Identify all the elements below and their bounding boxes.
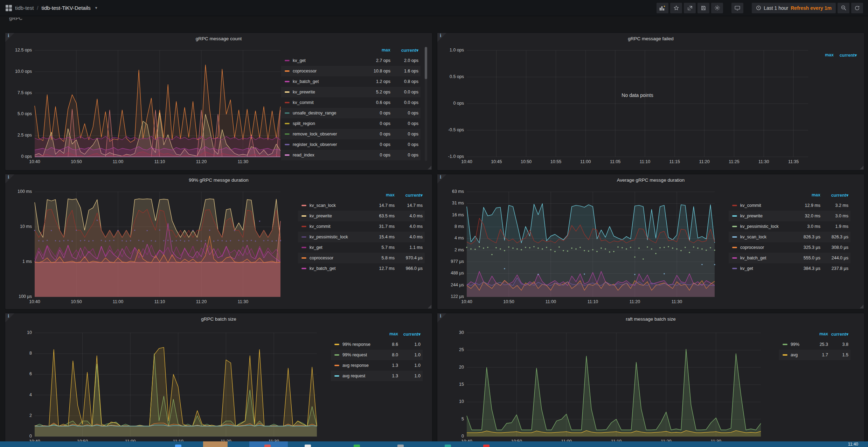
panel-resize-handle[interactable] <box>859 165 863 169</box>
legend-label[interactable]: coprocessor <box>293 69 362 74</box>
x-axis-tick: 11:05 <box>610 159 620 164</box>
zoom-out-button[interactable] <box>838 3 849 13</box>
legend-label[interactable]: split_region <box>293 121 362 126</box>
legend-label[interactable]: 99% response <box>342 342 376 347</box>
legend-col-current[interactable]: current▾ <box>820 193 848 198</box>
chart-canvas[interactable] <box>35 50 280 157</box>
legend-header: maxcurrent▾ <box>779 329 850 339</box>
chevron-down-icon[interactable]: ▼ <box>95 6 98 10</box>
legend-label[interactable]: kv_commit <box>310 224 367 229</box>
legend-label[interactable]: kv_batch_get <box>293 79 362 84</box>
legend-label[interactable]: kv_scan_lock <box>310 203 367 208</box>
panel-title[interactable]: gRPC batch size <box>5 316 432 322</box>
legend-label[interactable]: kv_commit <box>293 100 362 105</box>
series-kv_pessimistic_lock <box>271 240 273 242</box>
chart-99-grpc-message-duration[interactable]: 100 ms10 ms1 ms100 µs10:4010:5011:0011:1… <box>35 192 280 297</box>
cycle-view-button[interactable] <box>731 3 743 13</box>
legend-swatch <box>334 354 339 356</box>
taskbar-icon-red-dot[interactable] <box>264 445 271 447</box>
legend-col-max[interactable]: max <box>376 331 398 336</box>
taskbar-icon-blue[interactable] <box>175 445 181 447</box>
legend-label[interactable]: register_lock_observer <box>293 142 362 147</box>
legend-row: 99%25.33.8 <box>779 339 850 350</box>
legend-current-value: 4.0 ms <box>395 214 423 218</box>
share-button[interactable] <box>684 3 696 13</box>
legend-col-max[interactable]: max <box>811 53 834 57</box>
legend-label[interactable]: avg <box>791 352 808 357</box>
legend-label[interactable]: avg request <box>342 373 376 378</box>
legend-col-max[interactable]: max <box>362 48 390 53</box>
chart-grpc-message-count[interactable]: 12.5 ops10.0 ops7.5 ops5.0 ops2.5 ops0 o… <box>35 50 280 157</box>
chart-canvas[interactable] <box>467 333 761 436</box>
legend-label[interactable]: read_index <box>293 153 362 158</box>
legend-label[interactable]: kv_pessimistic_lock <box>740 224 792 229</box>
legend-col-max[interactable]: max <box>808 331 828 336</box>
breadcrumb-folder[interactable]: tidb-test <box>15 5 34 11</box>
legend-label[interactable]: kv_get <box>293 58 362 63</box>
legend-label[interactable]: coprocessor <box>310 256 367 260</box>
legend-label[interactable]: unsafe_destroy_range <box>293 111 362 116</box>
dashboard-grid-icon[interactable] <box>6 5 12 11</box>
legend-label[interactable]: coprocessor <box>740 245 792 250</box>
taskbar-icon-green[interactable] <box>354 445 360 447</box>
taskbar-icon-white[interactable] <box>305 445 311 447</box>
legend-col-max[interactable]: max <box>367 193 395 197</box>
legend-label[interactable]: avg response <box>342 363 376 368</box>
settings-button[interactable] <box>711 3 723 13</box>
series-kv_pessimistic_lock <box>59 240 61 242</box>
legend-current-value: 3.0 ms <box>820 214 848 218</box>
row-header-grpc[interactable]: gRPC <box>9 18 22 23</box>
legend-label[interactable]: kv_get <box>740 266 792 271</box>
panel-title[interactable]: gRPC message count <box>5 36 432 41</box>
chart-canvas[interactable] <box>467 192 715 297</box>
taskbar-icon-teal[interactable] <box>445 445 451 447</box>
taskbar-window-folder[interactable] <box>203 441 228 447</box>
legend-col-current[interactable]: current▾ <box>395 193 423 198</box>
time-range-picker[interactable]: Last 1 hour Refresh every 1m <box>752 3 836 13</box>
add-panel-button[interactable] <box>657 3 668 13</box>
legend-label[interactable]: 99% <box>791 342 808 347</box>
chart-canvas[interactable] <box>467 50 808 157</box>
legend-label[interactable]: remove_lock_observer <box>293 132 362 137</box>
legend-label[interactable]: kv_get <box>310 245 367 250</box>
legend-label[interactable]: kv_commit <box>740 203 792 208</box>
legend-col-current[interactable]: current▾ <box>834 53 857 58</box>
legend-row: read_index0 ops0 ops <box>281 150 421 160</box>
legend-col-current[interactable]: current▾ <box>398 331 421 337</box>
legend-label[interactable]: kv_prewrite <box>740 214 792 218</box>
legend-label[interactable]: kv_batch_get <box>740 256 792 260</box>
legend-label[interactable]: kv_scan_lock <box>740 235 792 239</box>
breadcrumb-dashboard[interactable]: tidb-test-TiKV-Details <box>42 5 91 11</box>
chart-canvas[interactable] <box>35 333 317 436</box>
star-button[interactable] <box>670 3 682 13</box>
legend-col-current[interactable]: current▾ <box>828 331 848 337</box>
chart-grpc-batch-size[interactable]: 108642010:4010:5011:0011:1011:2011:30 <box>35 333 317 436</box>
chart-raft-message-batch-size[interactable]: 30252015105010:4010:5011:0011:1011:2011:… <box>467 333 761 436</box>
panel-title[interactable]: raft message batch size <box>437 316 864 322</box>
legend-label[interactable]: 99% request <box>342 352 376 357</box>
legend-label[interactable]: kv_batch_get <box>310 266 367 271</box>
panel-title[interactable]: Average gRPC messge duration <box>437 177 864 183</box>
chart-canvas[interactable] <box>35 192 280 297</box>
legend-label[interactable]: kv_pessimistic_lock <box>310 235 367 239</box>
panel-title[interactable]: gRPC message failed <box>437 36 864 41</box>
taskbar-icon-gray[interactable] <box>397 445 404 447</box>
legend-scrollbar[interactable] <box>425 47 427 161</box>
legend-current-value: 0.0 ops <box>390 100 418 105</box>
panel-title[interactable]: 99% gRPC messge duration <box>5 177 432 183</box>
legend-col-max[interactable]: max <box>792 193 820 197</box>
panel-resize-handle[interactable] <box>859 304 863 308</box>
chart-average-grpc-message-duration[interactable]: 63 ms31 ms16 ms8 ms4 ms2 ms977 µs488 µs2… <box>467 192 715 297</box>
y-axis-tick: 0 <box>461 434 464 439</box>
legend-col-current[interactable]: current▾ <box>390 48 418 53</box>
legend-row: kv_get384.3 µs237.8 µs <box>729 263 850 274</box>
legend-label[interactable]: kv_prewrite <box>293 90 362 95</box>
refresh-button[interactable] <box>851 3 863 13</box>
save-button[interactable] <box>697 3 709 13</box>
chart-grpc-message-failed[interactable]: 1.0 ops0.5 ops0 ops-0.5 ops-1.0 ops10:40… <box>467 50 808 157</box>
panel-average-grpc-message-duration: i Average gRPC messge duration 63 ms31 m… <box>437 174 864 309</box>
panel-resize-handle[interactable] <box>427 165 431 169</box>
panel-resize-handle[interactable] <box>427 304 431 308</box>
taskbar-icon-red[interactable] <box>483 445 489 447</box>
legend-label[interactable]: kv_prewrite <box>310 214 367 218</box>
